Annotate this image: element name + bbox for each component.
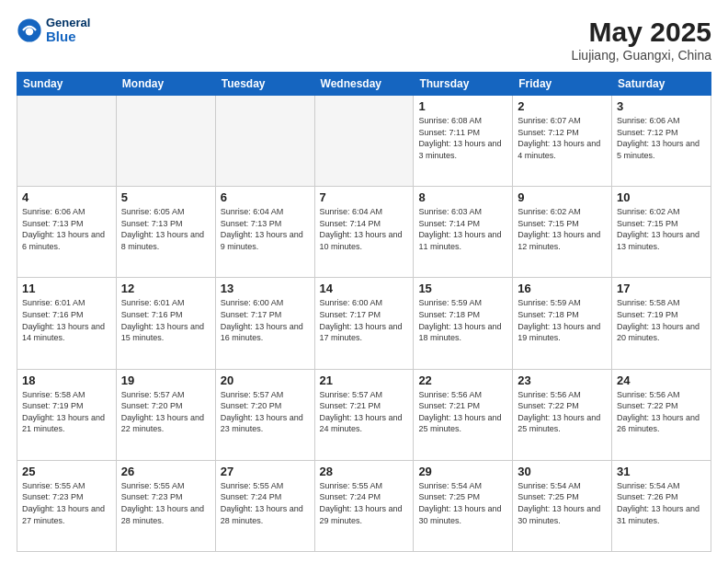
day-number: 25 [22,465,111,478]
day-info: Sunrise: 5:55 AMSunset: 7:23 PMDaylight:… [121,480,210,526]
calendar-cell-5-7: 31Sunrise: 5:54 AMSunset: 7:26 PMDayligh… [612,460,711,551]
calendar-cell-2-5: 8Sunrise: 6:03 AMSunset: 7:14 PMDaylight… [414,187,513,278]
calendar-week-2: 4Sunrise: 6:06 AMSunset: 7:13 PMDaylight… [17,187,711,278]
day-info: Sunrise: 5:58 AMSunset: 7:19 PMDaylight:… [617,297,706,343]
day-info: Sunrise: 6:07 AMSunset: 7:12 PMDaylight:… [518,115,607,161]
logo-blue: Blue [46,29,90,45]
calendar-cell-5-4: 28Sunrise: 5:55 AMSunset: 7:24 PMDayligh… [314,460,414,551]
logo-icon [17,17,42,43]
day-info: Sunrise: 6:01 AMSunset: 7:16 PMDaylight:… [22,297,111,343]
month-year: May 2025 [571,17,711,48]
header-tuesday: Tuesday [215,73,314,96]
day-number: 23 [518,373,607,387]
calendar-week-5: 25Sunrise: 5:55 AMSunset: 7:23 PMDayligh… [17,460,711,551]
day-info: Sunrise: 6:04 AMSunset: 7:14 PMDaylight:… [320,206,409,252]
day-number: 19 [121,373,210,387]
day-info: Sunrise: 6:02 AMSunset: 7:15 PMDaylight:… [518,206,607,252]
day-info: Sunrise: 6:08 AMSunset: 7:11 PMDaylight:… [418,115,507,161]
day-number: 10 [617,190,706,204]
title-block: May 2025 Liujiang, Guangxi, China [571,17,711,63]
calendar-cell-2-3: 6Sunrise: 6:04 AMSunset: 7:13 PMDaylight… [215,187,314,278]
day-info: Sunrise: 5:54 AMSunset: 7:25 PMDaylight:… [418,480,507,526]
calendar-cell-5-3: 27Sunrise: 5:55 AMSunset: 7:24 PMDayligh… [215,460,314,551]
day-number: 14 [320,282,409,295]
calendar-cell-3-6: 16Sunrise: 5:59 AMSunset: 7:18 PMDayligh… [513,278,612,369]
calendar-cell-4-5: 22Sunrise: 5:56 AMSunset: 7:21 PMDayligh… [414,369,513,460]
day-info: Sunrise: 5:57 AMSunset: 7:21 PMDaylight:… [320,389,409,435]
header-saturday: Saturday [612,73,711,96]
day-number: 8 [418,190,507,204]
day-info: Sunrise: 6:05 AMSunset: 7:13 PMDaylight:… [121,206,210,252]
day-info: Sunrise: 6:04 AMSunset: 7:13 PMDaylight:… [221,206,310,252]
day-number: 3 [617,99,706,113]
page: General Blue May 2025 Liujiang, Guangxi,… [0,0,728,563]
day-info: Sunrise: 6:00 AMSunset: 7:17 PMDaylight:… [221,297,310,343]
day-number: 30 [518,465,607,478]
logo: General Blue [17,17,90,45]
day-number: 17 [617,282,706,295]
calendar-cell-4-2: 19Sunrise: 5:57 AMSunset: 7:20 PMDayligh… [116,369,215,460]
day-number: 2 [518,99,607,113]
day-number: 13 [221,282,310,295]
day-number: 18 [22,373,111,387]
day-number: 31 [617,465,706,478]
calendar-cell-4-6: 23Sunrise: 5:56 AMSunset: 7:22 PMDayligh… [513,369,612,460]
calendar-cell-2-2: 5Sunrise: 6:05 AMSunset: 7:13 PMDaylight… [116,187,215,278]
calendar-week-4: 18Sunrise: 5:58 AMSunset: 7:19 PMDayligh… [17,369,711,460]
calendar-cell-3-7: 17Sunrise: 5:58 AMSunset: 7:19 PMDayligh… [612,278,711,369]
day-info: Sunrise: 5:57 AMSunset: 7:20 PMDaylight:… [121,389,210,435]
calendar-week-3: 11Sunrise: 6:01 AMSunset: 7:16 PMDayligh… [17,278,711,369]
day-number: 27 [221,465,310,478]
day-number: 24 [617,373,706,387]
day-number: 16 [518,282,607,295]
day-info: Sunrise: 6:00 AMSunset: 7:17 PMDaylight:… [320,297,409,343]
header-sunday: Sunday [17,73,117,96]
day-number: 15 [418,282,507,295]
day-number: 4 [22,190,111,204]
calendar-cell-3-2: 12Sunrise: 6:01 AMSunset: 7:16 PMDayligh… [116,278,215,369]
calendar-cell-1-7: 3Sunrise: 6:06 AMSunset: 7:12 PMDaylight… [612,96,711,187]
day-number: 11 [22,282,111,295]
day-number: 20 [221,373,310,387]
calendar-cell-5-6: 30Sunrise: 5:54 AMSunset: 7:25 PMDayligh… [513,460,612,551]
header: General Blue May 2025 Liujiang, Guangxi,… [17,17,711,63]
calendar-cell-5-1: 25Sunrise: 5:55 AMSunset: 7:23 PMDayligh… [17,460,117,551]
day-number: 28 [320,465,409,478]
day-number: 9 [518,190,607,204]
calendar-cell-3-5: 15Sunrise: 5:59 AMSunset: 7:18 PMDayligh… [414,278,513,369]
logo-text: General Blue [46,17,90,45]
calendar-cell-2-6: 9Sunrise: 6:02 AMSunset: 7:15 PMDaylight… [513,187,612,278]
svg-point-1 [26,29,33,36]
day-number: 12 [121,282,210,295]
calendar-cell-4-1: 18Sunrise: 5:58 AMSunset: 7:19 PMDayligh… [17,369,117,460]
calendar-table: Sunday Monday Tuesday Wednesday Thursday… [17,72,711,552]
day-number: 1 [418,99,507,113]
calendar-cell-3-4: 14Sunrise: 6:00 AMSunset: 7:17 PMDayligh… [314,278,414,369]
day-info: Sunrise: 5:56 AMSunset: 7:22 PMDaylight:… [518,389,607,435]
calendar-cell-5-5: 29Sunrise: 5:54 AMSunset: 7:25 PMDayligh… [414,460,513,551]
logo-general: General [46,17,90,29]
day-info: Sunrise: 5:56 AMSunset: 7:22 PMDaylight:… [617,389,706,435]
calendar-cell-1-3 [215,96,314,187]
calendar-cell-1-2 [116,96,215,187]
calendar-cell-2-7: 10Sunrise: 6:02 AMSunset: 7:15 PMDayligh… [612,187,711,278]
calendar-cell-4-7: 24Sunrise: 5:56 AMSunset: 7:22 PMDayligh… [612,369,711,460]
day-info: Sunrise: 6:06 AMSunset: 7:12 PMDaylight:… [617,115,706,161]
header-friday: Friday [513,73,612,96]
day-number: 5 [121,190,210,204]
day-info: Sunrise: 6:02 AMSunset: 7:15 PMDaylight:… [617,206,706,252]
day-number: 22 [418,373,507,387]
calendar-cell-3-1: 11Sunrise: 6:01 AMSunset: 7:16 PMDayligh… [17,278,117,369]
calendar-week-1: 1Sunrise: 6:08 AMSunset: 7:11 PMDaylight… [17,96,711,187]
calendar-cell-2-1: 4Sunrise: 6:06 AMSunset: 7:13 PMDaylight… [17,187,117,278]
day-info: Sunrise: 6:03 AMSunset: 7:14 PMDaylight:… [418,206,507,252]
day-info: Sunrise: 5:59 AMSunset: 7:18 PMDaylight:… [518,297,607,343]
calendar-cell-1-6: 2Sunrise: 6:07 AMSunset: 7:12 PMDaylight… [513,96,612,187]
calendar-cell-2-4: 7Sunrise: 6:04 AMSunset: 7:14 PMDaylight… [314,187,414,278]
header-thursday: Thursday [414,73,513,96]
calendar-cell-1-1 [17,96,117,187]
day-info: Sunrise: 5:55 AMSunset: 7:24 PMDaylight:… [221,480,310,526]
day-info: Sunrise: 5:54 AMSunset: 7:25 PMDaylight:… [518,480,607,526]
day-info: Sunrise: 5:58 AMSunset: 7:19 PMDaylight:… [22,389,111,435]
day-info: Sunrise: 5:55 AMSunset: 7:24 PMDaylight:… [320,480,409,526]
